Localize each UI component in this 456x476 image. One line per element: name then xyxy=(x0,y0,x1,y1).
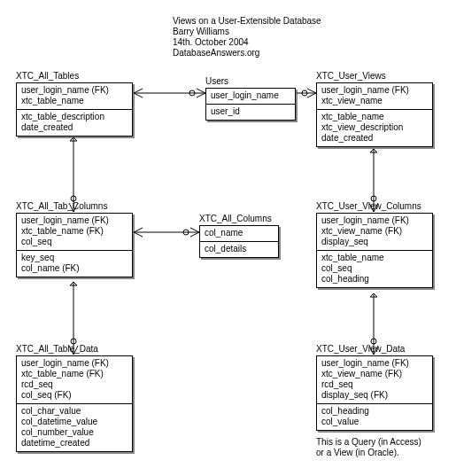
col: col_name xyxy=(205,228,274,238)
col: xtc_table_name (FK) xyxy=(21,369,128,379)
svg-point-29 xyxy=(183,230,189,235)
entity-all-columns: XTC_All_Columns col_name col_details xyxy=(199,214,279,258)
svg-line-2 xyxy=(134,93,143,98)
col: col_char_value xyxy=(21,406,128,417)
col: col_seq xyxy=(321,263,428,274)
col: display_seq xyxy=(321,237,428,247)
entity-all-table-data: XTC_All_Table_Data user_login_name (FK) … xyxy=(16,344,133,452)
col: xtc_view_name (FK) xyxy=(321,226,428,237)
col: xtc_table_description xyxy=(21,112,128,122)
entity-all-tab-columns: XTC_All_Tab_Columns user_login_name (FK)… xyxy=(16,201,133,277)
svg-line-7 xyxy=(307,89,316,93)
svg-line-43 xyxy=(374,293,377,297)
col: xtc_table_name (FK) xyxy=(21,226,128,237)
col: rcd_seq xyxy=(21,379,128,390)
entity-users: Users user_login_name user_id xyxy=(205,76,296,121)
col: user_login_name xyxy=(211,90,290,101)
entity-title: XTC_All_Tables xyxy=(16,71,133,81)
entity-title: Users xyxy=(205,76,296,86)
col: user_login_name (FK) xyxy=(21,358,128,369)
col: display_seq (FK) xyxy=(321,390,428,401)
svg-line-35 xyxy=(70,282,73,285)
col: xtc_view_description xyxy=(321,122,428,133)
svg-line-25 xyxy=(134,228,143,232)
header-author: Barry Williams xyxy=(173,27,321,37)
note-line: or a View (in Oracle). xyxy=(316,448,421,458)
col: col_value xyxy=(321,417,428,427)
col: user_login_name (FK) xyxy=(21,215,128,226)
entity-title: XTC_User_Views xyxy=(316,71,433,81)
svg-line-8 xyxy=(307,93,316,98)
col: user_id xyxy=(211,106,290,117)
col: col_name (FK) xyxy=(21,263,128,274)
svg-point-5 xyxy=(189,90,195,96)
col: xtc_table_name xyxy=(21,96,128,106)
svg-line-26 xyxy=(134,232,143,237)
header-date: 14th. October 2004 xyxy=(173,37,321,48)
col: date_created xyxy=(321,133,428,144)
svg-point-9 xyxy=(302,90,307,96)
svg-line-1 xyxy=(134,89,143,93)
svg-line-4 xyxy=(197,93,205,98)
header-title: Views on a User-Extensible Database xyxy=(173,16,321,27)
svg-line-3 xyxy=(197,89,205,93)
col: datetime_created xyxy=(21,438,128,449)
svg-line-15 xyxy=(70,137,73,141)
diagram-header: Views on a User-Extensible Database Barr… xyxy=(173,16,321,59)
entity-title: XTC_All_Table_Data xyxy=(16,344,133,354)
svg-line-28 xyxy=(190,232,199,237)
col: col_number_value xyxy=(21,427,128,438)
col: xtc_table_name xyxy=(321,112,428,122)
entity-user-view-columns: XTC_User_View_Columns user_login_name (F… xyxy=(316,201,433,288)
col: col_heading xyxy=(321,274,428,285)
entity-all-tables: XTC_All_Tables user_login_name (FK) xtc_… xyxy=(16,71,133,137)
svg-line-27 xyxy=(190,228,199,232)
entity-title: XTC_User_View_Data xyxy=(316,344,433,354)
diagram-note: This is a Query (in Access) or a View (i… xyxy=(316,437,421,458)
svg-line-23 xyxy=(374,149,377,152)
entity-user-views: XTC_User_Views user_login_name (FK) xtc_… xyxy=(316,71,433,147)
header-site: DatabaseAnswers.org xyxy=(173,48,321,59)
entity-title: XTC_User_View_Columns xyxy=(316,201,433,211)
svg-line-22 xyxy=(370,149,374,152)
col: date_created xyxy=(21,122,128,133)
col: col_datetime_value xyxy=(21,417,128,427)
svg-line-16 xyxy=(73,137,77,141)
col: xtc_view_name xyxy=(321,96,428,106)
col: user_login_name (FK) xyxy=(321,358,428,369)
col: user_login_name (FK) xyxy=(21,85,128,96)
svg-line-36 xyxy=(73,282,77,285)
col: user_login_name (FK) xyxy=(321,215,428,226)
entity-user-view-data: XTC_User_View_Data user_login_name (FK) … xyxy=(316,344,433,431)
col: col_details xyxy=(205,244,274,254)
col: col_seq xyxy=(21,237,128,247)
col: col_seq (FK) xyxy=(21,390,128,401)
col: xtc_view_name (FK) xyxy=(321,369,428,379)
col: rcd_seq xyxy=(321,379,428,390)
col: xtc_table_name xyxy=(321,253,428,263)
col: key_seq xyxy=(21,253,128,263)
svg-line-42 xyxy=(370,293,374,297)
entity-title: XTC_All_Tab_Columns xyxy=(16,201,133,211)
col: col_heading xyxy=(321,406,428,417)
col: user_login_name (FK) xyxy=(321,85,428,96)
entity-title: XTC_All_Columns xyxy=(199,214,279,223)
note-line: This is a Query (in Access) xyxy=(316,437,421,448)
